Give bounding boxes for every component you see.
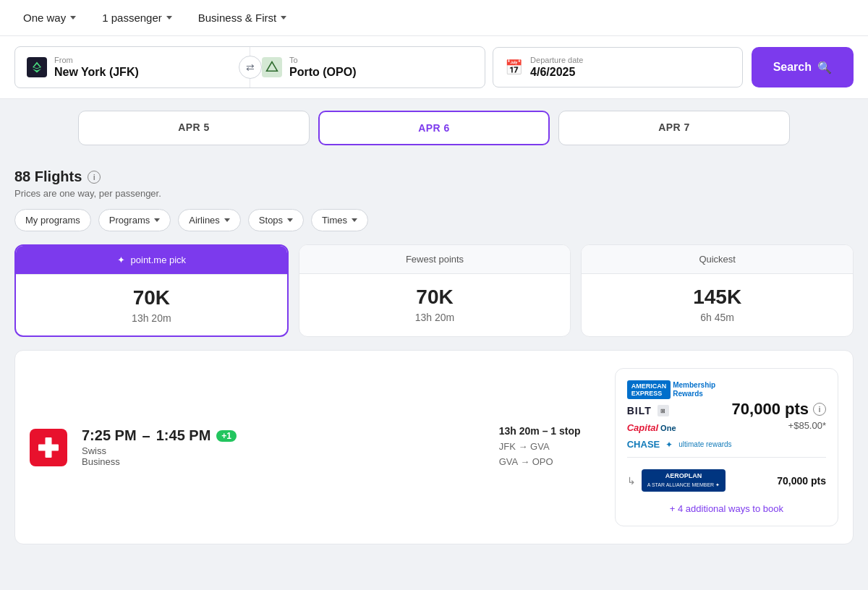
- filter-row: My programs Programs Airlines Stops Time…: [14, 209, 854, 231]
- arrive-time: 1:45 PM: [156, 427, 211, 444]
- search-bar: From New York (JFK) ⇄ To Porto (OPO) 📅 D…: [0, 36, 868, 99]
- route2-to: OPO: [532, 456, 553, 467]
- sort-cards: ✦ point.me pick 70K 13h 20m Fewest point…: [14, 244, 854, 337]
- svg-marker-0: [267, 62, 278, 72]
- sort-card-fewest-points: 70K: [311, 286, 559, 309]
- trip-type-button[interactable]: One way: [14, 7, 85, 28]
- filter-times[interactable]: Times: [311, 209, 368, 231]
- sort-card-fewest-label: Fewest points: [406, 254, 464, 265]
- cabin-class-button[interactable]: Business & First: [190, 7, 295, 28]
- date-tab-apr7[interactable]: APR 7: [558, 111, 790, 145]
- chase-text: CHASE: [627, 439, 660, 450]
- points-number: 70,000 pts: [732, 400, 809, 419]
- sort-card-quickest-header: Quickest: [582, 245, 853, 274]
- from-label: From: [54, 56, 139, 64]
- filter-stops-label: Stops: [259, 215, 283, 226]
- flight-stops: 13h 20m – 1 stop JFK → GVA GVA → OPO: [499, 425, 600, 470]
- depart-time: 7:25 PM: [82, 427, 137, 444]
- sort-card-quickest[interactable]: Quickest 145K 6h 45m: [581, 244, 854, 337]
- flight-times: 7:25 PM – 1:45 PM +1: [82, 427, 485, 444]
- trip-type-chevron: [70, 16, 76, 20]
- flights-count-text: 88 Flights: [14, 168, 82, 185]
- origin-airline-icon: [27, 57, 47, 77]
- sort-card-pointme[interactable]: ✦ point.me pick 70K 13h 20m: [14, 244, 289, 337]
- additional-tag: + 4 additional ways to book: [670, 503, 783, 514]
- calendar-icon: 📅: [505, 59, 523, 76]
- passengers-button[interactable]: 1 passenger: [93, 7, 181, 28]
- to-value: Porto (OPO): [289, 66, 356, 79]
- sort-card-pointme-header: ✦ point.me pick: [16, 246, 287, 275]
- capital-one-logo-row: Capital One: [627, 422, 732, 433]
- results-header: 88 Flights i Prices are one way, per pas…: [14, 168, 854, 199]
- search-icon: 🔍: [817, 61, 832, 74]
- sort-card-quickest-body: 145K 6h 45m: [582, 274, 853, 335]
- sort-card-fewest-header: Fewest points: [299, 245, 571, 274]
- divider: [627, 457, 826, 458]
- sort-card-pointme-body: 70K 13h 20m: [16, 275, 287, 335]
- program-top-row: AMERICANEXPRESS MembershipRewards BILT ⊞…: [627, 380, 826, 450]
- aeroplan-row: ↳ AEROPLANA STAR ALLIANCE MEMBER ✦ 70,00…: [627, 465, 826, 496]
- results-section: 88 Flights i Prices are one way, per pas…: [0, 157, 868, 231]
- date-tab-apr6[interactable]: APR 6: [318, 111, 550, 145]
- passengers-label: 1 passenger: [102, 12, 162, 24]
- flights-count-row: 88 Flights i: [14, 168, 854, 185]
- filter-programs-label: Programs: [109, 215, 150, 226]
- to-label: To: [289, 56, 356, 64]
- sort-card-quickest-points: 145K: [593, 286, 841, 309]
- route1-from: JFK: [499, 441, 516, 452]
- points-main: 70,000 pts i +$85.00*: [732, 400, 826, 431]
- date-tab-apr5[interactable]: APR 5: [78, 111, 310, 145]
- bilt-icon: ⊞: [658, 405, 669, 416]
- sort-card-fewest-time: 13h 20m: [311, 312, 559, 323]
- cabin-class-label: Business & First: [198, 12, 276, 24]
- filter-times-label: Times: [322, 215, 347, 226]
- to-field[interactable]: To Porto (OPO): [250, 47, 485, 87]
- aeroplan-arrow-icon: ↳: [627, 475, 636, 487]
- info-icon[interactable]: i: [88, 171, 101, 184]
- route2-from: GVA: [499, 456, 518, 467]
- program-logos: AMERICANEXPRESS MembershipRewards BILT ⊞…: [627, 380, 732, 450]
- points-sub: +$85.00*: [732, 420, 826, 431]
- flight-airline: Swiss: [82, 445, 485, 456]
- bilt-logo-row: BILT ⊞: [627, 405, 732, 416]
- programs-chevron: [154, 218, 160, 222]
- filter-airlines-label: Airlines: [189, 215, 220, 226]
- aeroplan-pts: 70,000 pts: [777, 475, 826, 487]
- ultimate-rewards-text: ultimate rewards: [678, 440, 731, 448]
- more-ways-text: + 4 additional ways to book: [627, 503, 826, 514]
- aeroplan-logo: AEROPLANA STAR ALLIANCE MEMBER ✦: [642, 469, 726, 492]
- swap-wrapper: ⇄: [239, 56, 262, 79]
- sort-card-pointme-time: 13h 20m: [27, 312, 276, 324]
- search-button[interactable]: Search 🔍: [752, 47, 854, 87]
- stops-text: 13h 20m – 1 stop: [499, 425, 600, 437]
- departure-date-value: 4/6/2025: [530, 66, 583, 79]
- points-value-row: 70,000 pts i: [732, 400, 826, 419]
- from-field[interactable]: From New York (JFK): [15, 47, 250, 87]
- flight-info: 7:25 PM – 1:45 PM +1 Swiss Business: [82, 427, 485, 467]
- filter-airlines[interactable]: Airlines: [178, 209, 241, 231]
- search-button-label: Search: [773, 61, 812, 74]
- amex-logo: AMERICANEXPRESS: [627, 380, 671, 399]
- filter-my-programs-label: My programs: [25, 215, 80, 226]
- filter-stops[interactable]: Stops: [248, 209, 304, 231]
- sort-card-quickest-time: 6h 45m: [593, 312, 841, 323]
- flight-class: Business: [82, 456, 485, 467]
- sort-card-quickest-label: Quickest: [699, 254, 736, 265]
- membership-text: MembershipRewards: [673, 381, 715, 398]
- flight-card: 7:25 PM – 1:45 PM +1 Swiss Business 13h …: [14, 350, 854, 544]
- departure-date-field[interactable]: 📅 Departure date 4/6/2025: [493, 47, 743, 87]
- times-chevron: [352, 218, 357, 222]
- swiss-cross: [38, 437, 59, 458]
- swap-button[interactable]: ⇄: [239, 56, 262, 79]
- sort-card-pointme-points: 70K: [27, 286, 276, 309]
- sort-card-fewest[interactable]: Fewest points 70K 13h 20m: [299, 244, 571, 337]
- filter-my-programs[interactable]: My programs: [14, 209, 91, 231]
- points-info-icon[interactable]: i: [813, 403, 826, 416]
- top-nav: One way 1 passenger Business & First: [0, 0, 868, 36]
- to-field-inner: To Porto (OPO): [289, 56, 356, 79]
- filter-programs[interactable]: Programs: [98, 209, 171, 231]
- departure-date-label: Departure date: [530, 56, 583, 64]
- route1-to: GVA: [530, 441, 550, 452]
- from-value: New York (JFK): [54, 66, 139, 79]
- sort-card-pointme-label: point.me pick: [131, 255, 187, 265]
